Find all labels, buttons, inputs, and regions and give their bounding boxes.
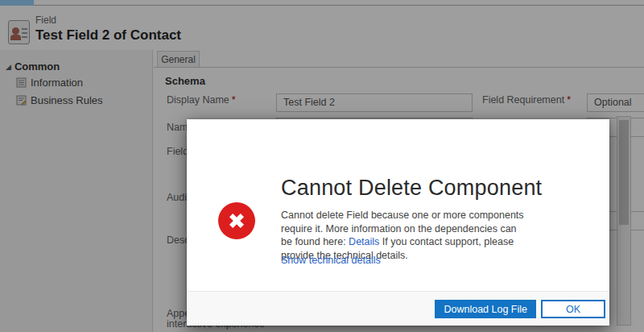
dialog-title: Cannot Delete Component xyxy=(281,176,542,201)
download-log-file-button[interactable]: Download Log File xyxy=(435,300,536,318)
cannot-delete-dialog: Cannot Delete Component Cannot delete Fi… xyxy=(187,119,609,326)
details-link[interactable]: Details xyxy=(349,236,379,247)
show-technical-details-link[interactable]: Show technical details xyxy=(281,255,381,266)
dialog-footer: Download Log File OK xyxy=(187,291,609,326)
ok-button[interactable]: OK xyxy=(541,300,605,318)
page: Field Test Field 2 of Contact ◢Common In… xyxy=(0,0,644,332)
error-icon xyxy=(218,202,255,239)
